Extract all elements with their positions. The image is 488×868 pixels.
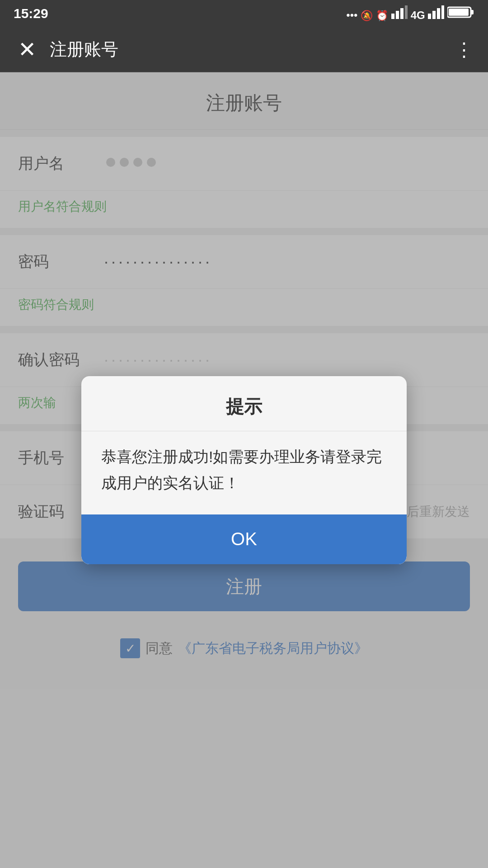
svg-rect-9 bbox=[471, 10, 474, 14]
status-time: 15:29 bbox=[14, 6, 48, 21]
svg-rect-4 bbox=[428, 14, 431, 19]
modal-dialog: 提示 恭喜您注册成功!如需要办理业务请登录完成用户的实名认证！ OK bbox=[81, 376, 407, 564]
svg-rect-3 bbox=[405, 5, 408, 19]
modal-title: 提示 bbox=[226, 396, 262, 416]
nav-title: 注册账号 bbox=[50, 38, 446, 61]
svg-rect-1 bbox=[396, 11, 399, 19]
svg-rect-2 bbox=[400, 8, 404, 19]
more-menu-button[interactable]: ⋮ bbox=[455, 38, 474, 61]
signal-icons: ••• 🔕 ⏰ 4G bbox=[346, 5, 474, 22]
close-button[interactable]: ✕ bbox=[14, 34, 41, 65]
svg-rect-0 bbox=[391, 14, 394, 19]
modal-footer: OK bbox=[81, 514, 407, 564]
svg-rect-10 bbox=[449, 9, 469, 16]
main-content: 注册账号 用户名 用户名符合规则 密码 ··············· 密码符合… bbox=[0, 72, 488, 868]
modal-ok-button[interactable]: OK bbox=[81, 514, 407, 564]
status-icons: ••• 🔕 ⏰ 4G bbox=[346, 5, 474, 22]
svg-rect-6 bbox=[437, 8, 440, 19]
status-bar: 15:29 ••• 🔕 ⏰ 4G bbox=[0, 0, 488, 27]
nav-bar: ✕ 注册账号 ⋮ bbox=[0, 27, 488, 72]
modal-body: 恭喜您注册成功!如需要办理业务请登录完成用户的实名认证！ bbox=[81, 431, 407, 514]
svg-rect-7 bbox=[441, 5, 444, 19]
modal-title-bar: 提示 bbox=[81, 376, 407, 424]
modal-backdrop: 提示 恭喜您注册成功!如需要办理业务请登录完成用户的实名认证！ OK bbox=[0, 72, 488, 868]
svg-rect-5 bbox=[432, 11, 436, 19]
